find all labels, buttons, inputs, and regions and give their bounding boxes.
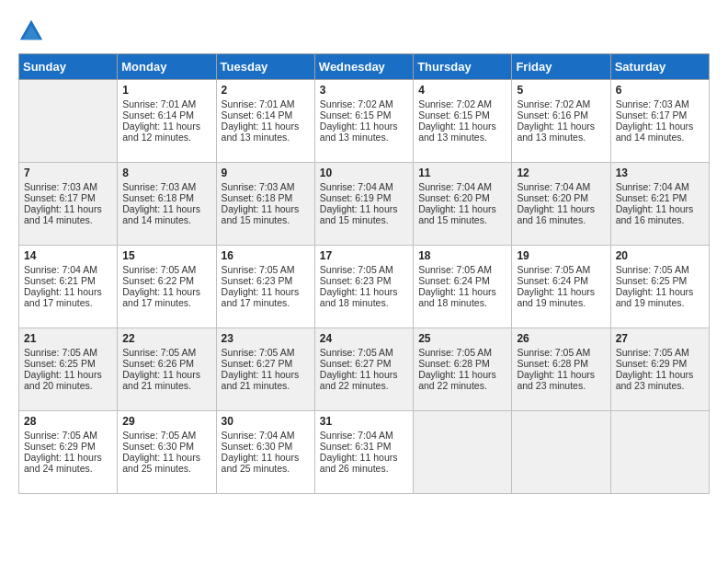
daylight-text: Daylight: 11 hours and 12 minutes.: [122, 121, 211, 143]
sunrise-text: Sunrise: 7:05 AM: [24, 430, 113, 441]
sunrise-text: Sunrise: 7:05 AM: [517, 264, 606, 275]
sunrise-text: Sunrise: 7:05 AM: [320, 347, 409, 358]
daylight-text: Daylight: 11 hours and 21 minutes.: [222, 369, 311, 391]
day-number: 19: [517, 249, 606, 262]
calendar-cell: 10Sunrise: 7:04 AMSunset: 6:19 PMDayligh…: [314, 163, 413, 246]
day-number: 23: [222, 332, 311, 345]
logo-icon: [18, 18, 44, 44]
calendar-cell: 18Sunrise: 7:05 AMSunset: 6:24 PMDayligh…: [414, 246, 512, 328]
daylight-text: Daylight: 11 hours and 24 minutes.: [24, 452, 113, 474]
sunrise-text: Sunrise: 7:05 AM: [616, 264, 705, 275]
sunrise-text: Sunrise: 7:04 AM: [517, 181, 606, 192]
day-number: 13: [616, 167, 705, 179]
calendar-cell: 14Sunrise: 7:04 AMSunset: 6:21 PMDayligh…: [19, 246, 118, 328]
daylight-text: Daylight: 11 hours and 20 minutes.: [24, 369, 113, 391]
sunrise-text: Sunrise: 7:03 AM: [616, 98, 705, 109]
calendar-cell: 22Sunrise: 7:05 AMSunset: 6:26 PMDayligh…: [118, 328, 216, 411]
daylight-text: Daylight: 11 hours and 15 minutes.: [418, 203, 507, 225]
day-number: 20: [616, 249, 705, 262]
daylight-text: Daylight: 11 hours and 26 minutes.: [320, 452, 409, 474]
daylight-text: Daylight: 11 hours and 13 minutes.: [418, 121, 507, 143]
sunrise-text: Sunrise: 7:04 AM: [616, 181, 705, 192]
calendar-cell: 13Sunrise: 7:04 AMSunset: 6:21 PMDayligh…: [610, 163, 709, 246]
sunset-text: Sunset: 6:24 PM: [517, 275, 606, 286]
calendar-week-row: 1Sunrise: 7:01 AMSunset: 6:14 PMDaylight…: [19, 80, 710, 163]
calendar-cell: 29Sunrise: 7:05 AMSunset: 6:30 PMDayligh…: [118, 411, 216, 494]
calendar-cell: 7Sunrise: 7:03 AMSunset: 6:17 PMDaylight…: [19, 163, 118, 246]
calendar-cell: 3Sunrise: 7:02 AMSunset: 6:15 PMDaylight…: [314, 80, 413, 163]
calendar-cell: [610, 411, 709, 494]
sunrise-text: Sunrise: 7:05 AM: [616, 347, 705, 358]
daylight-text: Daylight: 11 hours and 13 minutes.: [517, 121, 606, 143]
daylight-text: Daylight: 11 hours and 16 minutes.: [517, 203, 606, 225]
sunset-text: Sunset: 6:25 PM: [616, 275, 705, 286]
sunset-text: Sunset: 6:29 PM: [24, 441, 113, 452]
day-number: 12: [517, 167, 606, 179]
daylight-text: Daylight: 11 hours and 15 minutes.: [320, 203, 409, 225]
calendar-header-row: SundayMondayTuesdayWednesdayThursdayFrid…: [19, 54, 710, 80]
sunrise-text: Sunrise: 7:03 AM: [222, 181, 311, 192]
daylight-text: Daylight: 11 hours and 19 minutes.: [517, 286, 606, 308]
day-number: 1: [122, 84, 211, 97]
calendar-cell: 28Sunrise: 7:05 AMSunset: 6:29 PMDayligh…: [19, 411, 118, 494]
sunset-text: Sunset: 6:18 PM: [122, 192, 211, 203]
day-number: 9: [222, 167, 311, 179]
day-number: 14: [24, 249, 113, 262]
calendar-cell: [19, 80, 118, 163]
header-thursday: Thursday: [414, 54, 512, 80]
calendar-cell: 1Sunrise: 7:01 AMSunset: 6:14 PMDaylight…: [118, 80, 216, 163]
calendar-cell: 6Sunrise: 7:03 AMSunset: 6:17 PMDaylight…: [610, 80, 709, 163]
sunset-text: Sunset: 6:30 PM: [122, 441, 211, 452]
sunset-text: Sunset: 6:17 PM: [616, 109, 705, 121]
day-number: 22: [122, 332, 211, 345]
daylight-text: Daylight: 11 hours and 16 minutes.: [616, 203, 705, 225]
calendar-cell: 21Sunrise: 7:05 AMSunset: 6:25 PMDayligh…: [19, 328, 118, 411]
sunset-text: Sunset: 6:15 PM: [320, 109, 409, 121]
calendar-cell: 23Sunrise: 7:05 AMSunset: 6:27 PMDayligh…: [216, 328, 314, 411]
daylight-text: Daylight: 11 hours and 14 minutes.: [616, 121, 705, 143]
day-number: 24: [320, 332, 409, 345]
logo: [18, 18, 48, 44]
daylight-text: Daylight: 11 hours and 25 minutes.: [222, 452, 311, 474]
sunrise-text: Sunrise: 7:03 AM: [122, 181, 211, 192]
day-number: 25: [418, 332, 507, 345]
header-saturday: Saturday: [610, 54, 709, 80]
sunrise-text: Sunrise: 7:05 AM: [418, 264, 507, 275]
day-number: 31: [320, 415, 409, 428]
sunset-text: Sunset: 6:21 PM: [24, 275, 113, 286]
calendar-cell: 17Sunrise: 7:05 AMSunset: 6:23 PMDayligh…: [314, 246, 413, 328]
calendar-cell: [414, 411, 512, 494]
daylight-text: Daylight: 11 hours and 21 minutes.: [122, 369, 211, 391]
calendar-cell: 27Sunrise: 7:05 AMSunset: 6:29 PMDayligh…: [610, 328, 709, 411]
day-number: 3: [320, 84, 409, 97]
sunrise-text: Sunrise: 7:04 AM: [24, 264, 113, 275]
calendar-cell: 9Sunrise: 7:03 AMSunset: 6:18 PMDaylight…: [216, 163, 314, 246]
calendar-cell: 31Sunrise: 7:04 AMSunset: 6:31 PMDayligh…: [314, 411, 413, 494]
calendar-week-row: 28Sunrise: 7:05 AMSunset: 6:29 PMDayligh…: [19, 411, 710, 494]
day-number: 10: [320, 167, 409, 179]
calendar-cell: 24Sunrise: 7:05 AMSunset: 6:27 PMDayligh…: [314, 328, 413, 411]
sunset-text: Sunset: 6:28 PM: [418, 358, 507, 369]
daylight-text: Daylight: 11 hours and 13 minutes.: [222, 121, 311, 143]
calendar-cell: 26Sunrise: 7:05 AMSunset: 6:28 PMDayligh…: [512, 328, 610, 411]
calendar-cell: 20Sunrise: 7:05 AMSunset: 6:25 PMDayligh…: [610, 246, 709, 328]
calendar-cell: 8Sunrise: 7:03 AMSunset: 6:18 PMDaylight…: [118, 163, 216, 246]
day-number: 16: [222, 249, 311, 262]
header-monday: Monday: [118, 54, 216, 80]
day-number: 26: [517, 332, 606, 345]
sunset-text: Sunset: 6:30 PM: [222, 441, 311, 452]
daylight-text: Daylight: 11 hours and 25 minutes.: [122, 452, 211, 474]
calendar-week-row: 21Sunrise: 7:05 AMSunset: 6:25 PMDayligh…: [19, 328, 710, 411]
sunset-text: Sunset: 6:15 PM: [418, 109, 507, 121]
sunset-text: Sunset: 6:27 PM: [320, 358, 409, 369]
calendar-cell: 15Sunrise: 7:05 AMSunset: 6:22 PMDayligh…: [118, 246, 216, 328]
calendar-cell: 5Sunrise: 7:02 AMSunset: 6:16 PMDaylight…: [512, 80, 610, 163]
sunrise-text: Sunrise: 7:05 AM: [320, 264, 409, 275]
sunrise-text: Sunrise: 7:01 AM: [222, 98, 311, 109]
sunrise-text: Sunrise: 7:05 AM: [222, 347, 311, 358]
sunrise-text: Sunrise: 7:01 AM: [122, 98, 211, 109]
header-wednesday: Wednesday: [314, 54, 413, 80]
page-header: [18, 18, 710, 44]
calendar-week-row: 14Sunrise: 7:04 AMSunset: 6:21 PMDayligh…: [19, 246, 710, 328]
calendar-cell: 2Sunrise: 7:01 AMSunset: 6:14 PMDaylight…: [216, 80, 314, 163]
